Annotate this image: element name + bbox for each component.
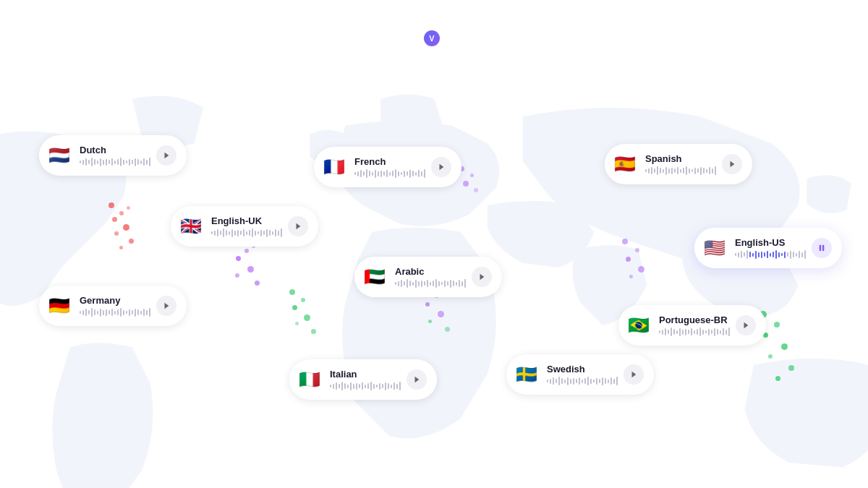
lang-card-french[interactable]: 🇫🇷 French: [314, 147, 461, 187]
wave-bar: [663, 169, 664, 173]
wave-bar: [97, 160, 98, 164]
play-button-french[interactable]: [431, 157, 451, 177]
wave-bar: [582, 380, 583, 383]
wave-bar: [260, 230, 262, 236]
wave-bar: [412, 171, 414, 176]
wave-bar: [709, 167, 710, 174]
lang-card-italian[interactable]: 🇮🇹 Italian: [289, 359, 437, 400]
wave-bar: [91, 158, 93, 166]
wave-bar: [341, 382, 343, 390]
wave-bar: [88, 160, 90, 164]
play-button-italian[interactable]: [407, 369, 427, 390]
pause-button-english-us[interactable]: [812, 238, 832, 258]
wave-bar: [778, 252, 780, 257]
wave-bar: [269, 230, 271, 236]
wave-bar: [699, 328, 701, 336]
wave-bar: [395, 282, 396, 285]
wave-bar: [784, 252, 786, 258]
play-button-english-uk[interactable]: [288, 216, 308, 236]
lang-card-portuguese-br[interactable]: 🇧🇷 Portuguese-BR: [618, 305, 766, 346]
wave-bar: [135, 309, 136, 317]
lang-info-english-uk: English-UK: [211, 215, 282, 238]
wave-bar: [393, 382, 395, 390]
wave-bar: [674, 168, 676, 173]
wave-bar: [447, 281, 448, 286]
flag-spanish: 🇪🇸: [610, 150, 639, 179]
play-button-swedish[interactable]: [624, 364, 644, 385]
lang-card-english-us[interactable]: 🇺🇸 English-US: [694, 228, 842, 268]
wave-bar: [372, 172, 373, 176]
wave-bar: [590, 379, 592, 384]
lang-card-swedish[interactable]: 🇸🇪 Swedish: [506, 354, 654, 395]
wave-bar: [570, 379, 571, 384]
lang-name-italian: Italian: [330, 369, 401, 380]
wave-bar: [395, 169, 396, 178]
wave-bar: [610, 377, 612, 385]
wave-bar: [281, 228, 282, 237]
wave-bar: [567, 377, 569, 385]
waveform: [211, 228, 282, 237]
wave-bar: [366, 169, 367, 178]
wave-bar: [767, 251, 768, 258]
wave-bar: [129, 159, 130, 166]
wave-bar: [708, 329, 710, 335]
wave-bar: [386, 170, 388, 177]
wave-bar: [385, 382, 386, 390]
wave-bar: [657, 166, 658, 175]
play-button-germany[interactable]: [156, 296, 176, 316]
wave-bar: [85, 158, 87, 166]
wave-bar: [363, 171, 365, 176]
wave-bar: [97, 311, 98, 314]
wave-bar: [149, 308, 150, 317]
wave-bar: [220, 231, 221, 235]
wave-bar: [373, 384, 375, 389]
wave-bar: [596, 378, 597, 385]
wave-bar: [336, 382, 337, 390]
wave-bar: [697, 329, 698, 335]
lang-info-italian: Italian: [330, 369, 401, 391]
wave-bar: [564, 380, 566, 383]
wave-bar: [645, 169, 647, 172]
lang-card-germany[interactable]: 🇩🇪 Germany: [39, 286, 187, 326]
wave-bar: [80, 311, 81, 314]
wave-bar: [376, 385, 378, 388]
wave-bar: [746, 250, 748, 259]
wave-bar: [114, 160, 116, 164]
wave-bar: [226, 230, 227, 236]
wave-bar: [781, 253, 783, 256]
wave-bar: [735, 253, 736, 256]
waveform: [395, 279, 466, 288]
wave-bar: [378, 171, 379, 176]
lang-card-dutch[interactable]: 🇳🇱 Dutch: [39, 135, 187, 176]
wave-bar: [680, 169, 681, 173]
play-button-portuguese-br[interactable]: [736, 315, 756, 335]
wave-bar: [714, 328, 715, 336]
lang-card-arabic[interactable]: 🇦🇪 Arabic: [354, 257, 502, 297]
wave-bar: [456, 282, 457, 286]
wave-bar: [692, 169, 693, 172]
lang-card-spanish[interactable]: 🇪🇸 Spanish: [605, 144, 752, 184]
wave-bar: [418, 170, 420, 177]
wave-bar: [550, 379, 551, 384]
wave-bar: [584, 378, 586, 384]
wave-bar: [369, 171, 370, 176]
lang-card-english-uk[interactable]: 🇬🇧 English-UK: [171, 206, 318, 247]
flag-germany: 🇩🇪: [45, 291, 74, 320]
wave-bar: [347, 385, 349, 388]
wave-bar: [339, 384, 340, 388]
play-button-arabic[interactable]: [472, 267, 492, 287]
wave-bar: [605, 378, 606, 384]
wave-bar: [450, 280, 451, 288]
wave-bar: [266, 229, 268, 237]
wave-bar: [790, 251, 791, 259]
wave-bar: [109, 160, 110, 164]
wave-bar: [433, 281, 434, 286]
play-button-spanish[interactable]: [722, 154, 742, 174]
wave-bar: [744, 252, 745, 257]
wave-bar: [427, 280, 428, 287]
wave-bar: [123, 160, 124, 165]
svg-rect-0: [820, 245, 822, 251]
play-button-dutch[interactable]: [156, 145, 176, 166]
lang-name-swedish: Swedish: [547, 364, 618, 375]
flag-arabic: 🇦🇪: [360, 262, 389, 291]
